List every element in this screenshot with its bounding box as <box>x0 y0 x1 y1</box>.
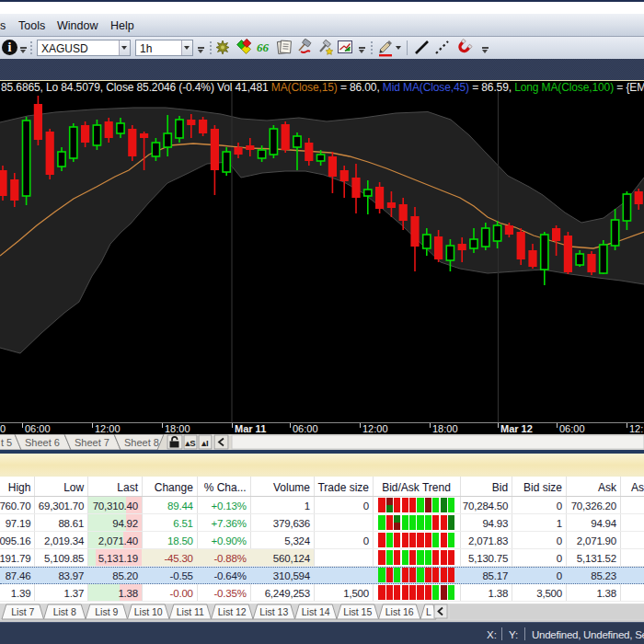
svg-text:List 14: List 14 <box>302 606 330 617</box>
svg-text:List 8: List 8 <box>53 606 76 617</box>
svg-text:List 7: List 7 <box>11 606 34 617</box>
svg-text:Sheet 8: Sheet 8 <box>124 437 159 448</box>
svg-text:List 15: List 15 <box>343 606 372 617</box>
svg-text:Sheet 7: Sheet 7 <box>75 437 109 448</box>
svg-text:▴I: ▴I <box>201 438 208 448</box>
svg-text:List 10: List 10 <box>134 606 163 617</box>
svg-text:List 9: List 9 <box>95 606 118 617</box>
svg-text:List 11: List 11 <box>177 606 204 617</box>
svg-text:▴S: ▴S <box>184 438 195 448</box>
svg-text:L: L <box>426 606 431 617</box>
svg-text:Sheet 6: Sheet 6 <box>25 437 60 448</box>
svg-text:List 16: List 16 <box>385 606 414 617</box>
svg-text:t 5: t 5 <box>1 437 12 448</box>
svg-text:66: 66 <box>257 40 270 54</box>
svg-text:List 13: List 13 <box>259 606 288 617</box>
svg-text:List 12: List 12 <box>218 606 247 617</box>
